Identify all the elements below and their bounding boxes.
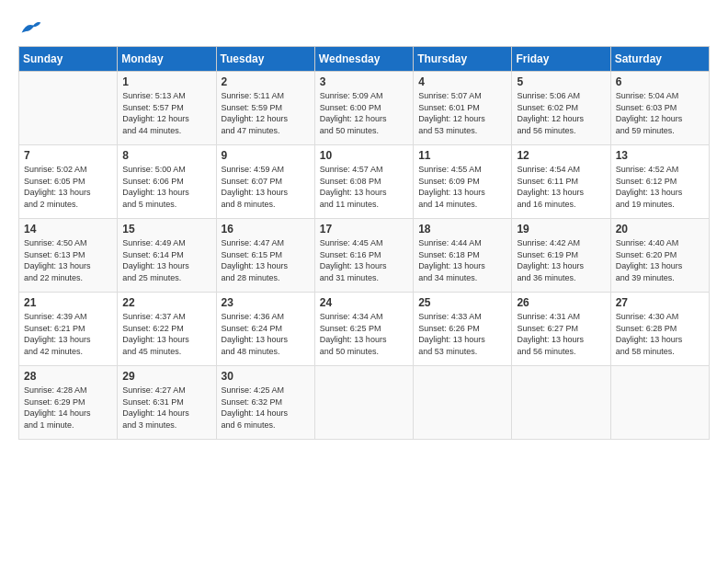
day-info: Sunrise: 4:34 AM Sunset: 6:25 PM Dayligh… (320, 311, 408, 357)
day-info: Sunrise: 4:49 AM Sunset: 6:14 PM Dayligh… (122, 237, 210, 283)
calendar-cell: 5Sunrise: 5:06 AM Sunset: 6:02 PM Daylig… (512, 72, 610, 145)
day-info: Sunrise: 4:52 AM Sunset: 6:12 PM Dayligh… (616, 164, 704, 210)
day-number: 13 (616, 149, 704, 162)
calendar-cell: 4Sunrise: 5:07 AM Sunset: 6:01 PM Daylig… (414, 72, 512, 145)
day-number: 29 (122, 370, 210, 383)
calendar-cell: 23Sunrise: 4:36 AM Sunset: 6:24 PM Dayli… (216, 293, 314, 366)
calendar-cell: 25Sunrise: 4:33 AM Sunset: 6:26 PM Dayli… (414, 293, 512, 366)
calendar-cell: 6Sunrise: 5:04 AM Sunset: 6:03 PM Daylig… (610, 72, 709, 145)
day-number: 21 (24, 296, 112, 309)
day-number: 16 (222, 223, 310, 236)
calendar-cell: 11Sunrise: 4:55 AM Sunset: 6:09 PM Dayli… (414, 145, 512, 219)
weekday-header-wednesday: Wednesday (314, 47, 413, 72)
calendar-cell: 14Sunrise: 4:50 AM Sunset: 6:13 PM Dayli… (19, 219, 118, 293)
day-number: 15 (122, 223, 210, 236)
day-number: 1 (122, 75, 210, 88)
day-info: Sunrise: 4:33 AM Sunset: 6:26 PM Dayligh… (418, 311, 506, 357)
day-number: 18 (418, 223, 506, 236)
weekday-header-row: SundayMondayTuesdayWednesdayThursdayFrid… (19, 47, 710, 72)
calendar-cell: 1Sunrise: 5:13 AM Sunset: 5:57 PM Daylig… (118, 72, 216, 145)
day-number: 27 (616, 296, 704, 309)
day-info: Sunrise: 5:00 AM Sunset: 6:06 PM Dayligh… (122, 164, 210, 210)
weekday-header-monday: Monday (118, 47, 216, 72)
day-info: Sunrise: 4:27 AM Sunset: 6:31 PM Dayligh… (122, 385, 210, 431)
day-number: 9 (222, 149, 310, 162)
day-number: 2 (222, 75, 310, 88)
calendar-cell: 18Sunrise: 4:44 AM Sunset: 6:18 PM Dayli… (414, 219, 512, 293)
day-number: 10 (320, 149, 408, 162)
day-info: Sunrise: 5:06 AM Sunset: 6:02 PM Dayligh… (517, 90, 605, 136)
day-info: Sunrise: 4:44 AM Sunset: 6:18 PM Dayligh… (418, 237, 506, 283)
day-number: 20 (616, 223, 704, 236)
weekday-header-tuesday: Tuesday (216, 47, 314, 72)
bird-icon (20, 18, 42, 37)
calendar-cell: 2Sunrise: 5:11 AM Sunset: 5:59 PM Daylig… (216, 72, 314, 145)
day-number: 24 (320, 296, 408, 309)
calendar-week-row: 21Sunrise: 4:39 AM Sunset: 6:21 PM Dayli… (19, 293, 710, 366)
day-info: Sunrise: 4:31 AM Sunset: 6:27 PM Dayligh… (517, 311, 605, 357)
calendar-cell: 8Sunrise: 5:00 AM Sunset: 6:06 PM Daylig… (118, 145, 216, 219)
day-number: 26 (517, 296, 605, 309)
day-info: Sunrise: 4:37 AM Sunset: 6:22 PM Dayligh… (122, 311, 210, 357)
day-info: Sunrise: 4:28 AM Sunset: 6:29 PM Dayligh… (24, 385, 112, 431)
day-number: 6 (616, 75, 704, 88)
day-info: Sunrise: 4:47 AM Sunset: 6:15 PM Dayligh… (222, 237, 310, 283)
day-info: Sunrise: 4:54 AM Sunset: 6:11 PM Dayligh… (517, 164, 605, 210)
day-info: Sunrise: 5:11 AM Sunset: 5:59 PM Dayligh… (222, 90, 310, 136)
calendar-cell: 20Sunrise: 4:40 AM Sunset: 6:20 PM Dayli… (610, 219, 709, 293)
calendar-cell: 19Sunrise: 4:42 AM Sunset: 6:19 PM Dayli… (512, 219, 610, 293)
day-info: Sunrise: 4:25 AM Sunset: 6:32 PM Dayligh… (222, 385, 310, 431)
calendar-cell: 16Sunrise: 4:47 AM Sunset: 6:15 PM Dayli… (216, 219, 314, 293)
weekday-header-thursday: Thursday (414, 47, 512, 72)
calendar-cell (314, 366, 413, 440)
logo (18, 18, 42, 37)
calendar-cell: 30Sunrise: 4:25 AM Sunset: 6:32 PM Dayli… (216, 366, 314, 440)
calendar-table: SundayMondayTuesdayWednesdayThursdayFrid… (18, 46, 710, 440)
calendar-cell: 28Sunrise: 4:28 AM Sunset: 6:29 PM Dayli… (19, 366, 118, 440)
day-number: 12 (517, 149, 605, 162)
day-info: Sunrise: 4:50 AM Sunset: 6:13 PM Dayligh… (24, 237, 112, 283)
weekday-header-friday: Friday (512, 47, 610, 72)
day-number: 23 (222, 296, 310, 309)
calendar-cell: 26Sunrise: 4:31 AM Sunset: 6:27 PM Dayli… (512, 293, 610, 366)
calendar-week-row: 1Sunrise: 5:13 AM Sunset: 5:57 PM Daylig… (19, 72, 710, 145)
calendar-cell: 24Sunrise: 4:34 AM Sunset: 6:25 PM Dayli… (314, 293, 413, 366)
calendar-cell: 12Sunrise: 4:54 AM Sunset: 6:11 PM Dayli… (512, 145, 610, 219)
calendar-cell: 10Sunrise: 4:57 AM Sunset: 6:08 PM Dayli… (314, 145, 413, 219)
calendar-week-row: 7Sunrise: 5:02 AM Sunset: 6:05 PM Daylig… (19, 145, 710, 219)
calendar-cell (512, 366, 610, 440)
weekday-header-saturday: Saturday (610, 47, 709, 72)
calendar-cell: 9Sunrise: 4:59 AM Sunset: 6:07 PM Daylig… (216, 145, 314, 219)
day-info: Sunrise: 5:13 AM Sunset: 5:57 PM Dayligh… (122, 90, 210, 136)
calendar-cell (610, 366, 709, 440)
calendar-cell (414, 366, 512, 440)
calendar-cell: 3Sunrise: 5:09 AM Sunset: 6:00 PM Daylig… (314, 72, 413, 145)
day-info: Sunrise: 5:09 AM Sunset: 6:00 PM Dayligh… (320, 90, 408, 136)
day-info: Sunrise: 4:55 AM Sunset: 6:09 PM Dayligh… (418, 164, 506, 210)
day-info: Sunrise: 4:40 AM Sunset: 6:20 PM Dayligh… (616, 237, 704, 283)
day-number: 7 (24, 149, 112, 162)
day-info: Sunrise: 4:59 AM Sunset: 6:07 PM Dayligh… (222, 164, 310, 210)
day-number: 30 (222, 370, 310, 383)
day-number: 17 (320, 223, 408, 236)
day-number: 25 (418, 296, 506, 309)
day-number: 22 (122, 296, 210, 309)
calendar-cell: 13Sunrise: 4:52 AM Sunset: 6:12 PM Dayli… (610, 145, 709, 219)
page-header (18, 18, 710, 37)
calendar-week-row: 28Sunrise: 4:28 AM Sunset: 6:29 PM Dayli… (19, 366, 710, 440)
calendar-cell: 22Sunrise: 4:37 AM Sunset: 6:22 PM Dayli… (118, 293, 216, 366)
day-info: Sunrise: 5:04 AM Sunset: 6:03 PM Dayligh… (616, 90, 704, 136)
calendar-cell (19, 72, 118, 145)
day-info: Sunrise: 5:07 AM Sunset: 6:01 PM Dayligh… (418, 90, 506, 136)
weekday-header-sunday: Sunday (19, 47, 118, 72)
calendar-cell: 15Sunrise: 4:49 AM Sunset: 6:14 PM Dayli… (118, 219, 216, 293)
calendar-cell: 27Sunrise: 4:30 AM Sunset: 6:28 PM Dayli… (610, 293, 709, 366)
day-number: 14 (24, 223, 112, 236)
day-number: 4 (418, 75, 506, 88)
day-info: Sunrise: 4:39 AM Sunset: 6:21 PM Dayligh… (24, 311, 112, 357)
calendar-cell: 7Sunrise: 5:02 AM Sunset: 6:05 PM Daylig… (19, 145, 118, 219)
day-number: 28 (24, 370, 112, 383)
day-info: Sunrise: 4:36 AM Sunset: 6:24 PM Dayligh… (222, 311, 310, 357)
day-number: 19 (517, 223, 605, 236)
calendar-cell: 29Sunrise: 4:27 AM Sunset: 6:31 PM Dayli… (118, 366, 216, 440)
